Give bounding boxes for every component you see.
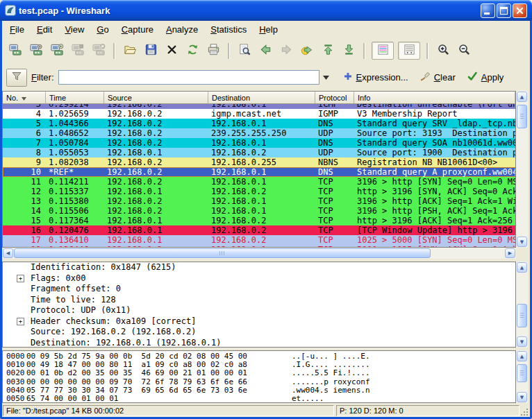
scroll-down-button[interactable]: ▼ — [517, 237, 527, 247]
scroll-up-button[interactable]: ▲ — [517, 92, 527, 102]
col-info: Source port: 1900 Destination po — [354, 148, 515, 157]
packet-row-18[interactable]: 180.136446192.168.0.2192.168.0.1TCP5000 … — [3, 245, 515, 247]
minimize-button[interactable] — [481, 3, 495, 18]
filter-label: Filter: — [31, 72, 54, 83]
column-header-no[interactable]: No. — [3, 92, 46, 104]
menu-item-analyze[interactable]: Analyze — [160, 22, 204, 37]
menu-item-edit[interactable]: Edit — [31, 22, 58, 37]
col-time: 1.025659 — [46, 109, 104, 119]
column-header-time[interactable]: Time — [46, 92, 104, 104]
scroll-thumb[interactable] — [517, 105, 527, 128]
hex-line[interactable]: 002000 01 0b d2 00 35 00 35 46 69 00 21 … — [3, 368, 515, 377]
packet-row-8[interactable]: 81.055053192.168.0.1192.168.0.2UDPSource… — [3, 148, 515, 157]
maximize-button[interactable] — [497, 3, 511, 18]
go-to-packet-button[interactable] — [299, 42, 315, 60]
packet-row-15[interactable]: 150.117364192.168.0.1192.168.0.2TCPhttp … — [3, 216, 515, 225]
filter-button[interactable] — [6, 69, 27, 87]
expander-icon[interactable]: + — [17, 275, 24, 282]
packet-row-16[interactable]: 160.120476192.168.0.1192.168.0.2TCP[TCP … — [3, 225, 515, 235]
detail-line[interactable]: Protocol: UDP (0x11) — [3, 305, 515, 316]
menu-item-view[interactable]: View — [58, 22, 90, 37]
filter-dropdown-arrow[interactable] — [321, 71, 332, 85]
packet-list-hscrollbar[interactable]: ◀▶ — [2, 248, 516, 259]
menu-item-capture[interactable]: Capture — [115, 22, 160, 37]
packet-row-10[interactable]: 10*REF*192.168.0.2192.168.0.1DNSStandard… — [3, 167, 515, 177]
menu-item-help[interactable]: Help — [253, 22, 284, 37]
packet-row-9[interactable]: 91.082038192.168.0.2192.168.0.255NBNSReg… — [3, 157, 515, 167]
capture-restart-button[interactable] — [90, 42, 107, 60]
detail-line[interactable]: Identification: 0x1847 (6215) — [3, 262, 515, 273]
detail-line[interactable]: Fragment offset: 0 — [3, 284, 515, 295]
packet-bytes-vscrollbar[interactable]: ▲▼ — [516, 350, 528, 403]
column-header-info[interactable]: Info — [354, 92, 515, 104]
scroll-thumb[interactable] — [517, 304, 527, 327]
scroll-thumb[interactable] — [14, 248, 431, 258]
capture-options-button[interactable] — [28, 42, 44, 60]
capture-start-button[interactable] — [49, 42, 65, 60]
file-close-button[interactable] — [163, 42, 180, 60]
expression-label: Expression... — [356, 72, 408, 83]
capture-stop-button[interactable] — [69, 42, 86, 60]
detail-line[interactable]: Time to live: 128 — [3, 295, 515, 306]
hex-line[interactable]: 003000 00 00 00 00 00 09 70 72 6f 78 79 … — [3, 377, 515, 386]
scroll-down-button[interactable]: ▼ — [517, 336, 527, 347]
scroll-down-button[interactable]: ▼ — [517, 392, 527, 402]
menu-item-file[interactable]: File — [3, 22, 31, 37]
detail-line[interactable]: +Flags: 0x00 — [3, 273, 515, 284]
detail-line[interactable]: +Header checksum: 0xa109 [correct] — [3, 316, 515, 327]
menu-item-go[interactable]: Go — [90, 22, 115, 37]
close-button[interactable] — [513, 3, 527, 18]
packet-row-6[interactable]: 61.048652192.168.0.2239.255.255.250UDPSo… — [3, 128, 515, 138]
go-forward-button[interactable] — [278, 42, 294, 60]
find-button[interactable] — [236, 42, 253, 60]
reload-button[interactable] — [184, 42, 201, 60]
packet-row-14[interactable]: 140.115506192.168.0.2192.168.0.1TCP3196 … — [3, 206, 515, 216]
col-time: 1.048652 — [46, 128, 104, 138]
hex-line[interactable]: 004005 77 77 30 30 34 07 73 69 65 6d 65 … — [3, 386, 515, 394]
expression-button[interactable]: Expression... — [343, 71, 408, 83]
packet-row-12[interactable]: 120.115337192.168.0.1192.168.0.2TCPhttp … — [3, 187, 515, 196]
scroll-up-button[interactable]: ▲ — [517, 262, 527, 273]
print-button[interactable] — [205, 42, 222, 60]
packet-row-7[interactable]: 71.050784192.168.0.2192.168.0.1DNSStanda… — [3, 138, 515, 148]
menu-item-statistics[interactable]: Statistics — [204, 22, 253, 37]
scroll-left-button[interactable]: ◀ — [3, 248, 13, 258]
zoom-in-button[interactable] — [435, 42, 451, 60]
column-header-source[interactable]: Source — [104, 92, 208, 104]
packet-row-4[interactable]: 41.025659192.168.0.2igmp.mcast.netIGMPV3… — [3, 109, 515, 119]
packet-row-11[interactable]: 110.114211192.168.0.2192.168.0.1TCP3196 … — [3, 177, 515, 187]
col-no: 4 — [3, 109, 46, 119]
resize-grip[interactable] — [519, 407, 528, 416]
detail-line[interactable]: Destination: 192.168.0.1 (192.168.0.1) — [3, 338, 515, 348]
col-no: 3 — [3, 104, 46, 109]
filter-input[interactable] — [58, 70, 319, 85]
packet-list-vscrollbar[interactable]: ▲▼ — [516, 91, 528, 248]
file-open-button[interactable] — [122, 42, 138, 60]
clear-button[interactable]: Clear — [419, 71, 456, 84]
file-save-button[interactable] — [142, 42, 159, 60]
packet-details-vscrollbar[interactable]: ▲▼ — [516, 262, 528, 348]
col-destination: 192.168.0.2 — [208, 148, 315, 157]
scroll-thumb[interactable] — [517, 364, 527, 382]
packet-row-5[interactable]: 51.044366192.168.0.2192.168.0.1DNSStanda… — [3, 119, 515, 128]
scroll-right-button[interactable]: ▶ — [505, 248, 515, 258]
go-back-button[interactable] — [257, 42, 274, 60]
detail-line[interactable]: Source: 192.168.0.2 (192.168.0.2) — [3, 327, 515, 338]
autoscroll-button[interactable] — [398, 42, 420, 60]
zoom-out-button[interactable] — [456, 42, 472, 60]
apply-button[interactable]: Apply — [467, 71, 504, 84]
expander-icon[interactable]: + — [17, 318, 24, 325]
capture-interfaces-button[interactable] — [7, 42, 24, 60]
packet-row-3[interactable]: 30.299214192.168.0.2192.168.0.1ICMPDesti… — [3, 104, 515, 109]
hex-line[interactable]: 005065 74 00 00 01 00 01et..... — [3, 394, 515, 402]
hex-line[interactable]: 000000 09 5b 2d 75 9a 00 0b 5d 20 cd 02 … — [3, 352, 515, 360]
go-bottom-button[interactable] — [340, 42, 357, 60]
go-top-button[interactable] — [319, 42, 336, 60]
scroll-up-button[interactable]: ▲ — [517, 351, 527, 361]
column-header-protocol[interactable]: Protocol — [315, 92, 354, 104]
column-header-destination[interactable]: Destination — [208, 92, 315, 104]
hex-line[interactable]: 001000 49 18 47 00 00 80 11 a1 09 c0 a8 … — [3, 360, 515, 368]
packet-row-17[interactable]: 170.136410192.168.0.1192.168.0.2TCP1025 … — [3, 235, 515, 245]
packet-row-13[interactable]: 130.115380192.168.0.2192.168.0.1TCP3196 … — [3, 196, 515, 206]
colorize-button[interactable] — [372, 42, 394, 60]
